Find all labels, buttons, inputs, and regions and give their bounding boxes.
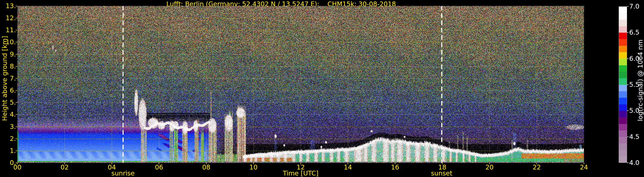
colorbar-tick-label: 4.0: [629, 160, 640, 166]
heatmap-canvas: [18, 6, 584, 163]
y-tick-mark: [16, 138, 17, 139]
x-tick-mark: [348, 163, 348, 164]
x-tick-label: 08: [202, 164, 210, 170]
y-tick-label: 5.: [0, 99, 16, 106]
colorbar-tick-mark: [627, 6, 628, 7]
x-tick-label: 10: [249, 164, 258, 170]
y-tick-mark: [16, 42, 17, 42]
x-tick-label: 22: [533, 164, 541, 170]
y-tick-label: 7.: [0, 75, 16, 82]
y-tick-label: 10.: [0, 39, 16, 45]
y-tick-label: 2.: [0, 135, 16, 142]
colorbar-tick-mark: [627, 110, 628, 111]
sunset-label: sunset: [431, 170, 452, 176]
x-tick-label: 24: [580, 164, 588, 170]
y-tick-label: 9.: [0, 51, 16, 58]
x-tick-mark: [536, 163, 537, 164]
y-tick-mark: [16, 150, 17, 151]
y-tick-mark: [16, 102, 17, 103]
colorbar-tick-mark: [627, 84, 628, 85]
x-tick-label: 02: [60, 164, 69, 170]
x-tick-mark: [489, 163, 490, 164]
colorbar-tick-label: 6.5: [629, 29, 640, 36]
x-tick-mark: [300, 163, 301, 164]
y-tick-mark: [16, 163, 17, 163]
y-tick-label: 13.: [0, 3, 16, 9]
x-tick-mark: [584, 163, 584, 164]
sunrise-label: sunrise: [111, 170, 134, 176]
colorbar-tick-label: 7.0: [629, 3, 640, 10]
x-tick-mark: [442, 163, 442, 164]
colorbar-canvas: [619, 7, 627, 163]
x-tick-mark: [17, 163, 18, 164]
colorbar-tick-mark: [627, 163, 628, 163]
colorbar-tick-label: 6.0: [629, 55, 640, 62]
y-tick-mark: [16, 18, 17, 18]
colorbar-tick-mark: [627, 137, 628, 137]
y-tick-mark: [16, 6, 17, 6]
colorbar-tick-label: 5.5: [629, 81, 640, 88]
colorbar-tick-mark: [627, 32, 628, 33]
y-tick-label: 4.: [0, 111, 16, 118]
x-tick-label: 16: [391, 164, 399, 170]
x-tick-label: 20: [486, 164, 494, 170]
x-tick-mark: [112, 163, 112, 164]
y-tick-mark: [16, 30, 17, 30]
colorbar-tick-mark: [627, 58, 628, 59]
x-tick-mark: [253, 163, 254, 164]
y-tick-mark: [16, 66, 17, 67]
y-tick-mark: [16, 114, 17, 115]
x-tick-label: 00: [13, 164, 22, 170]
x-tick-mark: [395, 163, 395, 164]
y-tick-mark: [16, 54, 17, 55]
ceilometer-quicklook-figure: Lufft: Berlin (Germany; 52.4302 N / 13.5…: [0, 0, 644, 177]
y-tick-mark: [16, 126, 17, 127]
x-tick-label: 14: [344, 164, 352, 170]
x-tick-mark: [206, 163, 206, 164]
colorbar-tick-label: 4.5: [629, 134, 640, 140]
y-tick-label: 3.: [0, 123, 16, 130]
y-tick-label: 12.: [0, 15, 16, 21]
y-tick-label: 11.: [0, 27, 16, 33]
y-axis-label: Height above ground [km]: [2, 48, 8, 121]
x-tick-mark: [64, 163, 65, 164]
x-tick-mark: [159, 163, 159, 164]
y-tick-label: 8.: [0, 63, 16, 70]
x-axis-label: Time [UTC]: [283, 170, 318, 176]
y-tick-mark: [16, 78, 17, 79]
x-tick-label: 06: [155, 164, 163, 170]
y-tick-mark: [16, 90, 17, 91]
y-tick-label: 6.: [0, 87, 16, 94]
y-tick-label: 1.: [0, 147, 16, 154]
colorbar-tick-label: 5.0: [629, 107, 640, 114]
